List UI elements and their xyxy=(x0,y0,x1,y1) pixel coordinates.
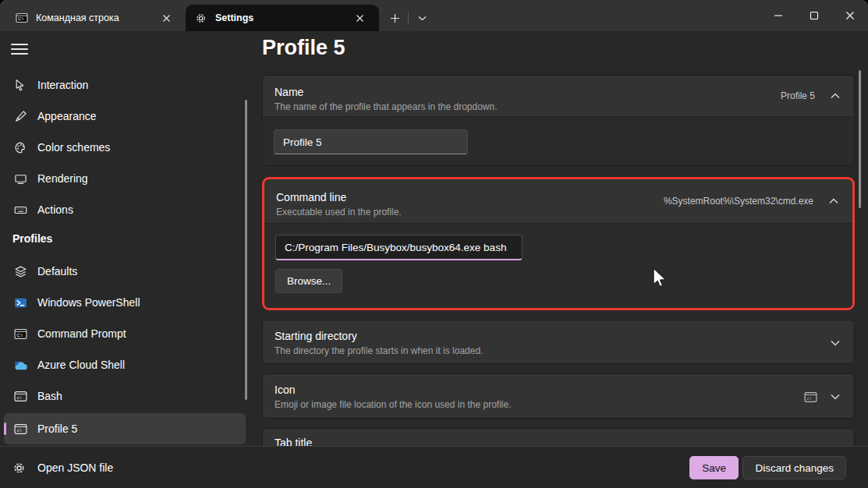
chevron-down-icon[interactable] xyxy=(831,394,840,400)
sidebar-item-rendering[interactable]: Rendering xyxy=(4,163,246,194)
sidebar-item-command-prompt[interactable]: C:\ Command Prompt xyxy=(4,318,246,349)
tab-command-prompt[interactable]: C:\ Командная строка xyxy=(6,5,186,31)
section-description: The name of the profile that appears in … xyxy=(275,101,781,113)
sidebar-item-label: Azure Cloud Shell xyxy=(37,359,125,371)
tab-close-icon[interactable] xyxy=(349,9,370,27)
cmd-window-icon: C:\ xyxy=(12,326,28,341)
command-line-input[interactable] xyxy=(275,235,523,260)
section-title: Starting directory xyxy=(275,329,831,344)
mouse-pointer-icon xyxy=(12,77,28,93)
sidebar-item-label: Command Prompt xyxy=(37,327,126,340)
svg-text:C:\: C:\ xyxy=(18,16,24,21)
sidebar-item-label: Windows PowerShell xyxy=(37,296,140,309)
cmd-window-icon: C:\ xyxy=(16,12,28,24)
menu-button[interactable] xyxy=(11,42,28,56)
open-json-file-label: Open JSON file xyxy=(37,461,113,474)
name-expander-header[interactable]: Name The name of the profile that appear… xyxy=(263,76,854,116)
keyboard-icon xyxy=(12,202,28,217)
gear-icon xyxy=(195,12,207,24)
tab-label: Командная строка xyxy=(36,12,150,23)
sidebar-item-label: Rendering xyxy=(37,172,88,185)
close-button[interactable] xyxy=(832,0,868,31)
chevron-up-icon[interactable] xyxy=(831,93,840,99)
sidebar-item-label: Color schemes xyxy=(37,141,110,154)
sidebar-item-bash[interactable]: c:\ Bash xyxy=(4,380,246,412)
sidebar-item-label: Appearance xyxy=(37,110,97,122)
sidebar-item-profile-5[interactable]: c:\ Profile 5 xyxy=(4,413,246,444)
icon-section: Icon Emoji or image file location of the… xyxy=(262,373,855,419)
save-button[interactable]: Save xyxy=(689,456,739,479)
terminal-window-icon: c:\ xyxy=(12,421,28,437)
sidebar-item-label: Bash xyxy=(37,390,62,402)
browse-button[interactable]: Browse... xyxy=(275,269,342,293)
section-title: Command line xyxy=(276,190,664,205)
icon-expander-header[interactable]: Icon Emoji or image file location of the… xyxy=(263,374,854,419)
settings-sidebar: Interaction Appearance Color schemes Ren… xyxy=(0,31,257,446)
tabbar-divider xyxy=(408,12,409,25)
profile-icon-preview: c:\ xyxy=(804,390,818,404)
name-section: Name The name of the profile that appear… xyxy=(262,75,855,166)
sidebar-item-color-schemes[interactable]: Color schemes xyxy=(4,132,246,163)
settings-main-panel: Profile 5 Name The name of the profile t… xyxy=(257,31,868,446)
gear-icon xyxy=(12,461,27,475)
tab-label: Settings xyxy=(215,12,343,23)
azure-cloud-icon xyxy=(12,357,28,373)
profiles-section-header: Profiles xyxy=(12,232,52,245)
name-input[interactable] xyxy=(274,129,468,154)
layers-icon xyxy=(12,263,28,279)
sidebar-item-appearance[interactable]: Appearance xyxy=(4,101,246,132)
sidebar-item-label: Profile 5 xyxy=(37,423,77,435)
page-title: Profile 5 xyxy=(262,36,345,60)
minimize-button[interactable] xyxy=(760,0,796,31)
section-current-value: %SystemRoot%\System32\cmd.exe xyxy=(664,196,813,207)
titlebar: C:\ Командная строка Settings xyxy=(0,0,868,31)
section-current-value: Profile 5 xyxy=(781,90,815,101)
sidebar-item-interaction[interactable]: Interaction xyxy=(4,69,246,101)
section-title: Tab title xyxy=(275,436,840,446)
tab-dropdown-button[interactable] xyxy=(411,6,433,30)
monitor-icon xyxy=(12,171,28,186)
section-title: Name xyxy=(275,85,781,100)
chevron-up-icon[interactable] xyxy=(829,198,838,204)
sidebar-scrollbar[interactable] xyxy=(245,100,247,400)
starting-directory-section: Starting directory The directory the pro… xyxy=(262,320,855,364)
svg-text:c:\: c:\ xyxy=(16,395,21,400)
tab-settings[interactable]: Settings xyxy=(186,5,379,31)
powershell-icon xyxy=(12,295,28,310)
palette-icon xyxy=(12,140,28,155)
tab-title-section: Tab title xyxy=(262,428,855,446)
sidebar-item-label: Interaction xyxy=(37,79,88,91)
footer-bar: Open JSON file Save Discard changes xyxy=(0,446,868,488)
tab-close-icon[interactable] xyxy=(156,9,176,27)
discard-changes-button[interactable]: Discard changes xyxy=(742,456,846,479)
section-description: The directory the profile starts in when… xyxy=(275,345,831,357)
section-description: Executable used in the profile. xyxy=(276,206,664,218)
maximize-button[interactable] xyxy=(796,0,832,31)
open-json-file-button[interactable]: Open JSON file xyxy=(12,447,113,488)
section-description: Emoji or image file location of the icon… xyxy=(275,398,804,411)
chevron-down-icon[interactable] xyxy=(831,340,840,346)
sidebar-item-label: Defaults xyxy=(37,265,77,278)
svg-text:c:\: c:\ xyxy=(806,396,811,401)
terminal-window-icon: c:\ xyxy=(12,388,28,404)
terminal-settings-window: C:\ Командная строка Settings xyxy=(0,0,868,488)
section-title: Icon xyxy=(275,383,804,398)
app-body: Interaction Appearance Color schemes Ren… xyxy=(0,31,868,446)
sidebar-item-defaults[interactable]: Defaults xyxy=(4,256,246,287)
command-line-expander-header[interactable]: Command line Executable used in the prof… xyxy=(264,179,852,223)
sidebar-item-actions[interactable]: Actions xyxy=(4,194,246,225)
sidebar-item-label: Actions xyxy=(37,203,73,216)
command-line-section-highlighted: Command line Executable used in the prof… xyxy=(262,177,855,310)
new-tab-button[interactable] xyxy=(384,6,406,30)
selected-indicator xyxy=(4,423,6,435)
paintbrush-icon xyxy=(12,108,28,124)
sidebar-item-windows-powershell[interactable]: Windows PowerShell xyxy=(4,287,246,318)
sidebar-item-azure-cloud-shell[interactable]: Azure Cloud Shell xyxy=(4,349,246,380)
tab-title-expander-header[interactable]: Tab title xyxy=(263,429,854,446)
svg-text:C:\: C:\ xyxy=(16,333,23,338)
starting-directory-expander-header[interactable]: Starting directory The directory the pro… xyxy=(263,320,854,364)
main-scrollbar[interactable] xyxy=(859,70,861,208)
svg-text:c:\: c:\ xyxy=(16,428,21,433)
